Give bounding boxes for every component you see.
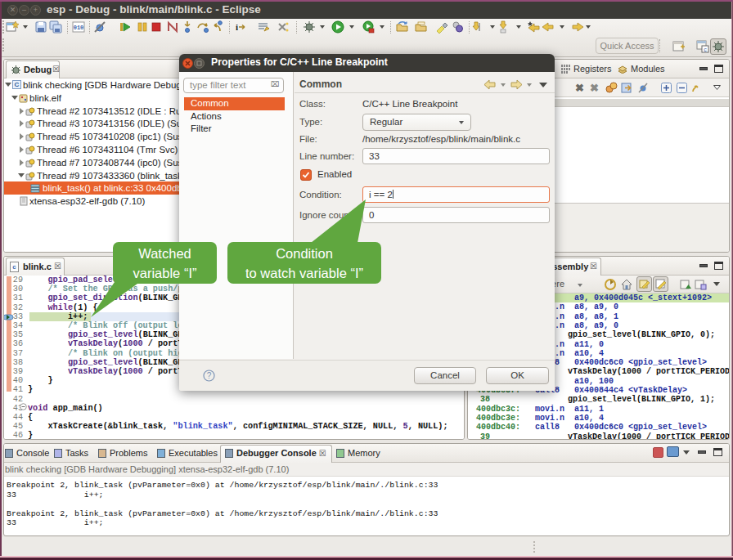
svg-text:i: i xyxy=(236,22,238,32)
svg-text:c: c xyxy=(704,47,707,52)
svg-text:?: ? xyxy=(207,371,212,380)
svg-text:010: 010 xyxy=(74,25,84,31)
